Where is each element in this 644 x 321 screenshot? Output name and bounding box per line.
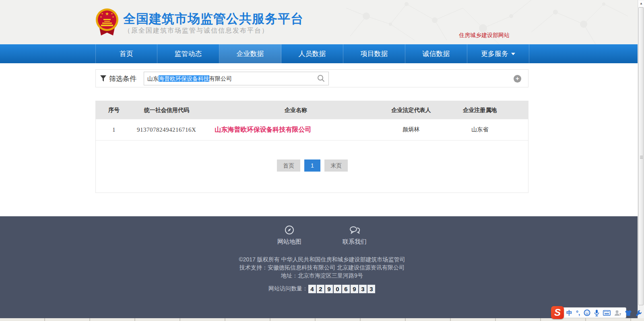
svg-text:7: 7 [619,313,621,316]
ime-microphone-icon[interactable] [594,309,599,317]
scrollbar-grip [640,156,643,159]
nav-items: 首页 监管动态 企业数据 人员数据 项目数据 诚信数据 更多服务 [95,44,529,63]
visit-digit: 6 [342,285,350,293]
filter-label: 筛选条件 [109,74,136,83]
ime-punctuation-icon[interactable]: °, [576,308,580,318]
nav-more-label: 更多服务 [481,50,508,58]
address-text: 地址：北京市海淀区三里河路9号 [0,272,644,280]
visit-digit: 0 [334,285,341,293]
visit-digit: 9 [351,285,358,293]
svg-text:★: ★ [101,12,103,15]
site-footer: 网站地图 联系我们 ©2017 版权所有 中华人民共和国住房和城乡建设部建筑市场… [0,216,644,318]
cell-legal-rep: 颜炳林 [391,126,432,133]
sitemap-label: 网站地图 [272,238,306,246]
ime-emoji-icon[interactable] [584,309,590,316]
ministry-website-link[interactable]: 住房城乡建设部网站 [459,32,510,39]
nav-item-more-services[interactable]: 更多服务 [467,44,529,63]
nav-item-personnel-data[interactable]: 人员数据 [281,44,343,63]
search-icon[interactable] [317,75,325,82]
national-emblem-logo: ★ ★ ★ ★ ★ [95,7,119,36]
chat-bubbles-icon [349,225,360,235]
nav-item-home[interactable]: 首页 [95,44,157,63]
col-company-name: 企业名称 [201,107,391,114]
query-selected-text: 海普欧环保设备科技 [159,75,209,82]
copyright-text: ©2017 版权所有 中华人民共和国住房和城乡建设部建筑市场监管司 [0,256,644,263]
ime-skin-tshirt-icon[interactable] [625,310,632,316]
main-nav: 首页 监管动态 企业数据 人员数据 项目数据 诚信数据 更多服务 [0,44,644,63]
table-row: 1 91370782494216716X 山东海普欧环保设备科技有限公司 颜炳林… [96,119,528,141]
page-title: 全国建筑市场监管公共服务平台 [123,10,303,27]
svg-text:★: ★ [112,16,114,18]
taskbar-edge [0,318,644,321]
chevron-down-icon [511,53,515,55]
query-text: 山东 [147,75,159,82]
nav-item-supervision-news[interactable]: 监管动态 [157,44,219,63]
add-filter-button[interactable]: + [514,75,521,83]
filter-funnel-icon [100,75,106,82]
svg-text:★: ★ [100,16,102,18]
browser-scrollbar: ▲ [638,0,644,321]
tech-support-text: 技术支持：安徽德拓信息科技有限公司 北京建设信源资讯有限公司 [0,264,644,271]
scrollbar-thumb[interactable] [638,7,644,305]
ime-account-icon[interactable]: 7 [614,310,621,316]
sitemap-link[interactable]: 网站地图 [272,225,306,246]
current-page-button[interactable]: 1 [304,159,320,172]
col-credit-code: 统一社会信用代码 [132,107,201,114]
col-seq: 序号 [96,107,132,114]
browser-viewport: ★ ★ ★ ★ ★ 全国建筑市场监管公共服务平台 （原全国建筑市场监管与诚信信息… [0,0,644,321]
cell-region: 山东省 [431,126,528,133]
results-table: 序号 统一社会信用代码 企业名称 企业法定代表人 企业注册属地 1 913707… [95,101,528,193]
pagination: 首页 1 末页 [96,159,529,172]
scrollbar-up-arrow[interactable]: ▲ [638,0,644,7]
contact-link[interactable]: 联系我们 [338,225,372,246]
nav-item-credit-data[interactable]: 诚信数据 [405,44,467,63]
visit-digit: 4 [308,285,316,293]
footer-links: 网站地图 联系我们 [0,225,644,246]
nav-item-project-data[interactable]: 项目数据 [343,44,405,63]
ime-logo-icon[interactable]: S [551,306,564,319]
first-page-button[interactable]: 首页 [277,159,300,172]
site-header: ★ ★ ★ ★ ★ 全国建筑市场监管公共服务平台 （原全国建筑市场监管与诚信信息… [0,0,644,44]
svg-text:★: ★ [111,12,113,15]
company-search-input[interactable]: 山东海普欧环保设备科技有限公司 [144,72,329,85]
col-legal-rep: 企业法定代表人 [391,107,432,114]
query-text-suffix: 有限公司 [209,75,232,82]
visit-digit: 2 [317,285,324,293]
last-page-button[interactable]: 末页 [324,159,348,172]
page-subtitle: （原全国建筑市场监管与诚信信息发布平台） [124,27,269,35]
svg-text:★: ★ [105,11,109,16]
visit-digit: 3 [367,285,375,293]
visit-counter-label: 网站访问数量： [268,285,308,292]
nav-item-enterprise-data[interactable]: 企业数据 [219,44,281,63]
ime-settings-wrench-icon[interactable] [636,310,642,316]
company-name-link[interactable]: 山东海普欧环保设备科技有限公司 [201,126,391,134]
col-region: 企业注册属地 [431,107,528,114]
contact-label: 联系我们 [338,238,372,246]
visit-digit: 3 [359,285,367,293]
compass-icon [285,225,294,235]
visit-counter: 网站访问数量：42906933 [0,285,644,293]
ime-keyboard-icon[interactable] [603,310,611,316]
ime-chinese-mode-icon[interactable]: 中 [566,308,572,318]
visit-digit: 9 [325,285,333,293]
ime-toolbar: S 中 °, 7 [553,307,626,318]
cell-seq: 1 [96,126,132,133]
table-header-row: 序号 统一社会信用代码 企业名称 企业法定代表人 企业注册属地 [96,101,528,119]
cell-credit-code: 91370782494216716X [132,126,201,133]
filter-bar: 筛选条件 山东海普欧环保设备科技有限公司 + [95,69,528,87]
